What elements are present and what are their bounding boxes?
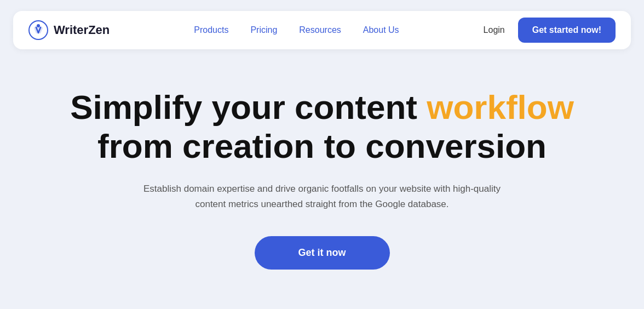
nav-link-products[interactable]: Products xyxy=(194,25,228,35)
writerzen-logo-icon xyxy=(28,20,48,40)
navbar: WriterZen Products Pricing Resources Abo… xyxy=(13,11,631,49)
get-it-now-button[interactable]: Get it now xyxy=(255,236,390,270)
logo-area: WriterZen xyxy=(28,20,110,40)
hero-section: Simplify your content workflow from crea… xyxy=(0,60,644,291)
brand-name: WriterZen xyxy=(54,23,110,37)
hero-title-part1: Simplify your content xyxy=(70,88,427,126)
hero-title-part2: from creation to conversion xyxy=(97,127,547,165)
login-link[interactable]: Login xyxy=(484,25,505,35)
nav-right: Login Get started now! xyxy=(484,18,616,43)
nav-link-pricing[interactable]: Pricing xyxy=(250,25,277,35)
nav-links: Products Pricing Resources About Us xyxy=(194,25,399,35)
hero-subtitle: Establish domain expertise and drive org… xyxy=(136,181,508,212)
get-started-button[interactable]: Get started now! xyxy=(518,18,616,43)
hero-title-highlight: workflow xyxy=(427,88,574,126)
hero-title: Simplify your content workflow from crea… xyxy=(59,88,585,166)
nav-link-resources[interactable]: Resources xyxy=(299,25,341,35)
svg-point-1 xyxy=(37,24,40,27)
nav-link-about[interactable]: About Us xyxy=(363,25,399,35)
